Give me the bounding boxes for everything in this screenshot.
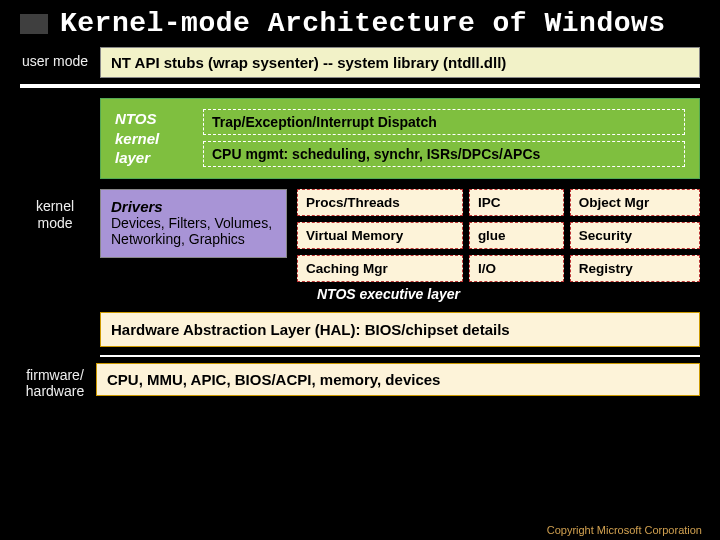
user-mode-label: user mode	[20, 47, 90, 70]
firmware-row: firmware/ hardware CPU, MMU, APIC, BIOS/…	[20, 363, 700, 401]
nt-api-box: NT API stubs (wrap sysenter) -- system l…	[100, 47, 700, 78]
drivers-body: Devices, Filters, Volumes, Networking, G…	[111, 215, 276, 247]
drivers-title: Drivers	[111, 198, 276, 215]
user-mode-row: user mode NT API stubs (wrap sysenter) -…	[20, 47, 700, 78]
title-row: Kernel-mode Architecture of Windows	[20, 8, 700, 39]
copyright-text: Copyright Microsoft Corporation	[547, 524, 702, 536]
title-marker	[20, 14, 48, 34]
ntos-kernel-block: NTOS kernel layer Trap/Exception/Interru…	[100, 98, 700, 179]
slide: Kernel-mode Architecture of Windows user…	[0, 0, 720, 400]
executive-caption: NTOS executive layer	[297, 286, 700, 302]
kernel-mode-label: kernel mode	[20, 98, 90, 232]
exec-glue: glue	[469, 222, 564, 249]
exec-ipc: IPC	[469, 189, 564, 216]
exec-io: I/O	[469, 255, 564, 282]
drivers-block: Drivers Devices, Filters, Volumes, Netwo…	[100, 189, 287, 258]
firmware-box: CPU, MMU, APIC, BIOS/ACPI, memory, devic…	[96, 363, 700, 396]
exec-registry: Registry	[570, 255, 700, 282]
exec-virtual-memory: Virtual Memory	[297, 222, 463, 249]
kernel-mode-row: kernel mode NTOS kernel layer Trap/Excep…	[20, 98, 700, 302]
executive-area: Procs/Threads IPC Object Mgr Virtual Mem…	[297, 189, 700, 302]
divider-user-kernel	[20, 84, 700, 88]
ntos-row-trap: Trap/Exception/Interrupt Dispatch	[203, 109, 685, 135]
ntos-kernel-label: NTOS kernel layer	[115, 109, 185, 168]
exec-security: Security	[570, 222, 700, 249]
exec-object-mgr: Object Mgr	[570, 189, 700, 216]
hal-box: Hardware Abstraction Layer (HAL): BIOS/c…	[100, 312, 700, 347]
ntos-row-cpu: CPU mgmt: scheduling, synchr, ISRs/DPCs/…	[203, 141, 685, 167]
exec-procs-threads: Procs/Threads	[297, 189, 463, 216]
executive-grid: Procs/Threads IPC Object Mgr Virtual Mem…	[297, 189, 700, 282]
divider-kernel-firmware	[100, 355, 700, 357]
exec-caching-mgr: Caching Mgr	[297, 255, 463, 282]
kernel-mid-section: Drivers Devices, Filters, Volumes, Netwo…	[100, 189, 700, 302]
slide-title: Kernel-mode Architecture of Windows	[60, 8, 666, 39]
firmware-label: firmware/ hardware	[20, 363, 90, 401]
